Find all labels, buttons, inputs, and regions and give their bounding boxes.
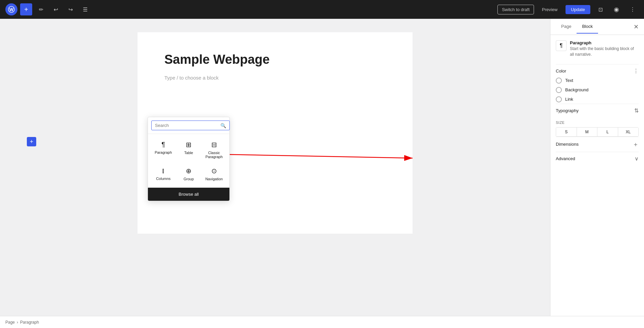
user-avatar-button[interactable]: ◉ [610, 3, 623, 15]
block-label: Navigation [205, 177, 223, 181]
block-info: ¶ Paragraph Start with the basic buildin… [556, 40, 639, 57]
inserter-search-container: 🔍 [148, 117, 229, 134]
block-label: Group [183, 177, 194, 181]
block-inserter-popup: 🔍 ¶ Paragraph ⊞ Table ⊟ Classic Paragrap… [148, 117, 230, 201]
block-icon: ⊞ [186, 141, 192, 149]
browse-all-button[interactable]: Browse all [148, 188, 229, 201]
svg-text:W: W [9, 7, 14, 12]
block-item-table[interactable]: ⊞ Table [177, 137, 201, 162]
block-icon: ¶ [161, 141, 165, 148]
color-more-button[interactable]: ⋮ [633, 68, 639, 74]
editor-area: Sample Webpage Type / to choose a block … [0, 19, 550, 316]
block-label: Paragraph [155, 150, 172, 154]
color-label-text: Text [565, 78, 573, 83]
color-label-background: Background [565, 87, 588, 92]
dimensions-section-title: Dimensions [556, 142, 579, 147]
plus-icon: + [24, 6, 28, 13]
add-dimension-button[interactable]: ＋ [633, 140, 639, 148]
breadcrumb-paragraph[interactable]: Paragraph [20, 320, 39, 325]
block-info-text: Paragraph Start with the basic building … [570, 40, 639, 57]
sidebar-content: ¶ Paragraph Start with the basic buildin… [550, 35, 644, 316]
color-section-header: Color ⋮ [556, 64, 639, 78]
block-description: Start with the basic building block of a… [570, 46, 639, 57]
color-radio-text[interactable] [556, 78, 562, 84]
wordpress-logo[interactable]: W [5, 3, 17, 15]
advanced-section-header: Advanced ∨ [556, 152, 639, 165]
typography-section-header: Typography ⇅ [556, 104, 639, 117]
size-btn-l[interactable]: L [597, 128, 618, 136]
more-icon: ⋮ [633, 68, 639, 74]
preview-button[interactable]: Preview [538, 5, 561, 14]
edit-button[interactable]: ✏ [35, 3, 47, 15]
avatar-icon: ◉ [614, 6, 619, 13]
toolbar-right: Switch to draft Preview Update ⊡ ◉ ⋮ [497, 3, 639, 15]
search-input[interactable] [151, 121, 230, 130]
sidebar-header: Page Block ✕ [550, 19, 644, 35]
breadcrumb-bar: Page › Paragraph [0, 316, 644, 328]
color-option-text: Text [556, 78, 639, 84]
close-icon: ✕ [634, 24, 639, 30]
size-label: SIZE [556, 121, 639, 125]
size-btn-m[interactable]: M [577, 128, 598, 136]
plus-icon: ＋ [633, 141, 639, 148]
typography-more-button[interactable]: ⇅ [634, 107, 639, 114]
pencil-icon: ✏ [39, 6, 43, 13]
undo-button[interactable]: ↩ [50, 3, 62, 15]
redo-button[interactable]: ↪ [64, 3, 76, 15]
list-icon: ☰ [83, 6, 88, 13]
block-icon: ⊕ [186, 167, 192, 175]
block-item-paragraph[interactable]: ¶ Paragraph [151, 137, 175, 162]
redo-icon: ↪ [68, 6, 73, 13]
page-title[interactable]: Sample Webpage [164, 52, 386, 67]
main-layout: Sample Webpage Type / to choose a block … [0, 19, 644, 316]
block-icon: ⊙ [211, 167, 217, 175]
advanced-section-title: Advanced [556, 156, 575, 161]
block-icon: ⫿ [162, 167, 165, 175]
block-placeholder[interactable]: Type / to choose a block [164, 75, 386, 81]
sidebar-tabs: Page Block [556, 20, 598, 34]
breadcrumb-page[interactable]: Page [5, 320, 15, 325]
options-button[interactable]: ⋮ [627, 3, 639, 15]
block-label: Table [184, 151, 193, 155]
view-toggle-button[interactable]: ⊡ [594, 3, 606, 15]
color-radio-background[interactable] [556, 87, 562, 93]
plus-icon: + [30, 138, 34, 145]
toolbar-left: W + ✏ ↩ ↪ ☰ [5, 3, 91, 15]
inline-add-button[interactable]: + [27, 137, 36, 146]
undo-icon: ↩ [54, 6, 58, 13]
block-item-navigation[interactable]: ⊙ Navigation [202, 163, 226, 184]
block-item-columns[interactable]: ⫿ Columns [151, 163, 175, 184]
ellipsis-icon: ⋮ [630, 6, 635, 13]
block-name: Paragraph [570, 40, 639, 45]
breadcrumb-separator: › [17, 320, 18, 325]
color-section-title: Color [556, 68, 566, 74]
view-icon: ⊡ [598, 6, 603, 13]
color-option-link: Link [556, 96, 639, 102]
chevron-down-icon: ∨ [635, 156, 639, 161]
size-btn-xl[interactable]: XL [618, 128, 639, 136]
color-label-link: Link [565, 97, 573, 102]
tab-block[interactable]: Block [577, 20, 598, 34]
color-option-background: Background [556, 87, 639, 93]
size-btn-s[interactable]: S [556, 128, 577, 136]
block-icon: ⊟ [211, 141, 217, 149]
block-type-icon: ¶ [556, 40, 567, 51]
typography-section-title: Typography [556, 108, 579, 113]
add-block-button[interactable]: + [20, 3, 32, 15]
block-item-group[interactable]: ⊕ Group [177, 163, 201, 184]
color-radio-link[interactable] [556, 96, 562, 102]
switch-to-draft-button[interactable]: Switch to draft [497, 5, 534, 14]
block-grid: ¶ Paragraph ⊞ Table ⊟ Classic Paragraph … [148, 134, 229, 188]
tab-page[interactable]: Page [556, 20, 577, 34]
dimensions-section-header: Dimensions ＋ [556, 137, 639, 152]
paragraph-icon: ¶ [560, 43, 563, 49]
typography-more-icon: ⇅ [634, 108, 639, 113]
advanced-toggle-button[interactable]: ∨ [635, 155, 639, 162]
sidebar-close-button[interactable]: ✕ [634, 23, 639, 31]
list-view-button[interactable]: ☰ [79, 3, 91, 15]
toolbar: W + ✏ ↩ ↪ ☰ Switch to draft Preview Upda… [0, 0, 644, 19]
block-label: Classic Paragraph [204, 151, 224, 159]
editor-canvas: Sample Webpage Type / to choose a block … [138, 32, 413, 234]
update-button[interactable]: Update [566, 5, 590, 14]
block-item-classic-paragraph[interactable]: ⊟ Classic Paragraph [202, 137, 226, 162]
